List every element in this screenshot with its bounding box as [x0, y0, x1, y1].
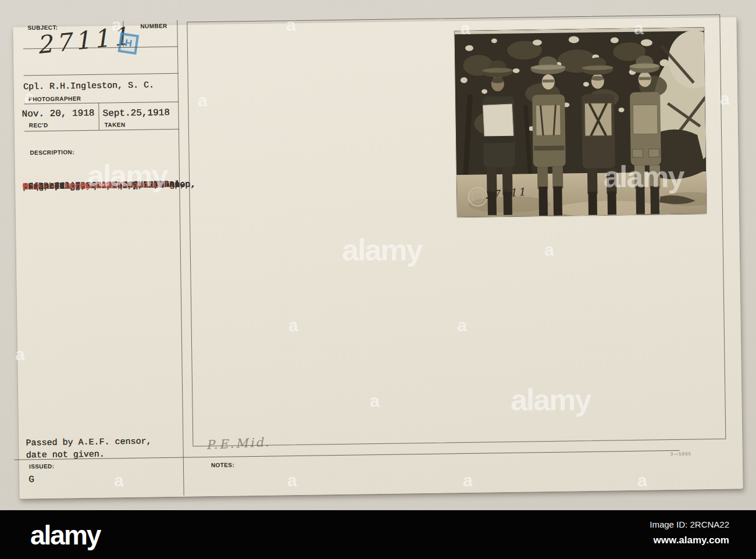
received-label: REC'D	[29, 122, 48, 128]
caption-card: SUBJECT: NUMBER 27111 H Cpl. R.H.Inglest…	[13, 17, 743, 499]
taken-label: TAKEN	[105, 121, 126, 128]
censor-line-1: Passed by A.E.F. censor,	[26, 436, 151, 448]
alamy-stock-page: SUBJECT: NUMBER 27111 H Cpl. R.H.Inglest…	[0, 0, 756, 559]
received-date: Nov. 20, 1918	[22, 108, 94, 120]
rule-above-issued	[15, 450, 680, 460]
rule-under-dates	[24, 129, 179, 132]
number-label: NUMBER	[140, 23, 167, 30]
image-id-text: Image ID: 2RCNA22	[650, 519, 729, 529]
photographer-label: PHOTOGRAPHER	[28, 95, 81, 102]
column-divider	[177, 20, 184, 496]
alamy-website-text: www.alamy.com	[654, 535, 729, 546]
notes-label: NOTES:	[211, 461, 234, 468]
dates-divider	[98, 103, 99, 130]
photographer-name: Cpl. R.H.Ingleston, S. C.	[23, 80, 154, 92]
issued-value: G	[28, 474, 34, 485]
form-serial-number: 3—5665	[671, 451, 691, 457]
alamy-logo: alamy	[30, 519, 100, 551]
photograph: 27111	[455, 27, 707, 217]
description-label: DESCRIPTION:	[30, 149, 74, 156]
rule-blank-row	[24, 73, 179, 76]
taken-date: Sept.25,1918	[102, 107, 169, 119]
issued-label: ISSUED:	[29, 463, 55, 470]
description-text: IN FRONT OF ONE OF THE MANYGerman dugout…	[23, 179, 209, 181]
censor-letter-stamp: H	[118, 33, 140, 55]
alamy-footer-bar: alamy Image ID: 2RCNA22 www.alamy.com	[0, 510, 756, 559]
